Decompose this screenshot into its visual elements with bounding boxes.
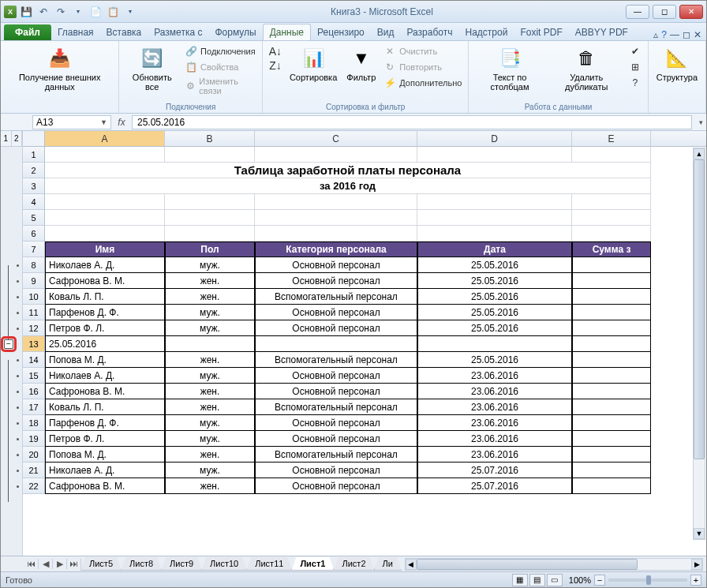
sort-desc-button[interactable]: Z↓ — [267, 58, 283, 73]
table-header[interactable]: Имя — [45, 242, 165, 257]
data-cell[interactable]: Попова М. Д. — [45, 352, 165, 368]
connections-button[interactable]: 🔗Подключения — [183, 44, 257, 58]
cell[interactable] — [417, 194, 572, 210]
ribbon-tab-2[interactable]: Разметка с — [148, 24, 208, 40]
row-header[interactable]: 1 — [23, 147, 45, 163]
undo-button[interactable]: ↶ — [36, 4, 51, 20]
table-title[interactable]: Таблица заработной платы персонала — [45, 163, 651, 178]
data-cell[interactable]: муж. — [165, 305, 255, 320]
data-cell[interactable]: жен. — [165, 384, 255, 399]
cell[interactable] — [45, 194, 165, 210]
data-cell[interactable]: Основной персонал — [255, 305, 417, 320]
data-cell[interactable]: муж. — [165, 463, 255, 478]
row-header[interactable]: 6 — [23, 226, 45, 242]
data-cell[interactable]: Петров Ф. Л. — [45, 431, 165, 447]
table-header[interactable]: Категория персонала — [255, 242, 417, 257]
data-cell[interactable]: муж. — [165, 257, 255, 273]
data-cell[interactable]: Основной персонал — [255, 463, 417, 478]
row-header[interactable]: 17 — [23, 399, 45, 415]
cell[interactable] — [572, 226, 651, 242]
row-header[interactable]: 10 — [23, 289, 45, 305]
cell[interactable] — [165, 147, 255, 163]
data-cell[interactable] — [572, 289, 651, 305]
data-cell[interactable]: 25.05.2016 — [417, 289, 572, 305]
cell[interactable] — [255, 147, 417, 163]
doc-close-icon[interactable]: ✕ — [694, 29, 701, 40]
ribbon-tab-10[interactable]: ABBYY PDF — [569, 24, 634, 40]
data-cell[interactable]: Николаев А. Д. — [45, 463, 165, 478]
row-header[interactable]: 4 — [23, 194, 45, 210]
row-header[interactable]: 3 — [23, 178, 45, 194]
data-cell[interactable] — [572, 320, 651, 336]
scroll-right-icon[interactable]: ▶ — [691, 559, 702, 570]
data-cell[interactable] — [572, 305, 651, 320]
ribbon-minimize-icon[interactable]: ▵ — [653, 29, 658, 40]
qat-custom-1[interactable]: 📄 — [88, 4, 103, 20]
vertical-scrollbar[interactable]: ▲ ▼ — [693, 148, 705, 540]
data-cell[interactable]: Николаев А. Д. — [45, 257, 165, 273]
horizontal-scrollbar[interactable]: ◀ ▶ — [405, 558, 703, 571]
col-header-a[interactable]: A — [45, 131, 165, 146]
close-button[interactable]: ✕ — [679, 5, 703, 19]
data-cell[interactable]: Вспомогательный персонал — [255, 447, 417, 463]
minimize-button[interactable]: — — [626, 5, 649, 19]
outline-button[interactable]: 📐 Структура — [653, 44, 701, 84]
sort-button[interactable]: 📊 Сортировка — [286, 44, 340, 84]
cell[interactable] — [255, 336, 417, 352]
row-header[interactable]: 7 — [23, 242, 45, 257]
scroll-up-icon[interactable]: ▲ — [694, 148, 705, 159]
sheet-tab[interactable]: Ли — [374, 557, 402, 571]
cell[interactable] — [572, 194, 651, 210]
zoom-out-button[interactable]: − — [594, 575, 605, 586]
sheet-tab[interactable]: Лист9 — [161, 557, 202, 571]
ribbon-tab-8[interactable]: Надстрой — [459, 24, 514, 40]
consolidate-button[interactable]: ⊞ — [627, 60, 643, 74]
sheet-nav-last-icon[interactable]: ⏭ — [67, 559, 81, 569]
zoom-level[interactable]: 100% — [569, 575, 591, 585]
sheet-tab[interactable]: Лист8 — [121, 557, 162, 571]
ribbon-tab-9[interactable]: Foxit PDF — [514, 24, 568, 40]
outline-collapse-button[interactable]: − — [4, 339, 13, 349]
data-cell[interactable]: 23.06.2016 — [417, 368, 572, 384]
cell[interactable] — [45, 210, 165, 226]
cell[interactable] — [165, 226, 255, 242]
data-cell[interactable] — [572, 257, 651, 273]
data-cell[interactable]: муж. — [165, 368, 255, 384]
table-subtitle[interactable]: за 2016 год — [45, 178, 651, 194]
table-header[interactable]: Сумма з — [572, 242, 651, 257]
page-layout-view-button[interactable]: ▤ — [529, 574, 545, 586]
row-header[interactable]: 18 — [23, 415, 45, 431]
outline-level-1[interactable]: 1 — [1, 131, 12, 146]
data-cell[interactable]: Основной персонал — [255, 415, 417, 431]
ribbon-tab-0[interactable]: Главная — [51, 24, 100, 40]
doc-minimize-icon[interactable]: — — [670, 29, 679, 40]
data-cell[interactable] — [572, 273, 651, 289]
data-cell[interactable] — [572, 415, 651, 431]
data-cell[interactable]: Сафронова В. М. — [45, 478, 165, 494]
row-header[interactable]: 9 — [23, 273, 45, 289]
data-cell[interactable] — [572, 431, 651, 447]
data-cell[interactable] — [572, 399, 651, 415]
data-cell[interactable]: 23.06.2016 — [417, 415, 572, 431]
data-cell[interactable]: 25.07.2016 — [417, 478, 572, 494]
data-cell[interactable]: Основной персонал — [255, 368, 417, 384]
cell[interactable] — [165, 336, 255, 352]
get-external-data-button[interactable]: 📥 Получение внешних данных — [6, 44, 114, 93]
table-header[interactable]: Пол — [165, 242, 255, 257]
zoom-thumb[interactable] — [646, 575, 651, 585]
data-cell[interactable]: 23.06.2016 — [417, 399, 572, 415]
data-cell[interactable]: жен. — [165, 273, 255, 289]
table-header[interactable]: Дата — [417, 242, 572, 257]
sheet-tab[interactable]: Лист10 — [201, 557, 247, 571]
cell[interactable] — [255, 226, 417, 242]
cell[interactable] — [255, 210, 417, 226]
data-cell[interactable]: Вспомогательный персонал — [255, 289, 417, 305]
subtotal-cell[interactable]: 25.05.2016 — [45, 336, 165, 352]
row-header[interactable]: 16 — [23, 384, 45, 399]
outline-level-2[interactable]: 2 — [12, 131, 23, 146]
data-cell[interactable]: Николаев А. Д. — [45, 368, 165, 384]
scroll-left-icon[interactable]: ◀ — [406, 559, 417, 570]
cell[interactable] — [417, 336, 572, 352]
data-cell[interactable]: Основной персонал — [255, 478, 417, 494]
page-break-view-button[interactable]: ▭ — [547, 574, 563, 586]
